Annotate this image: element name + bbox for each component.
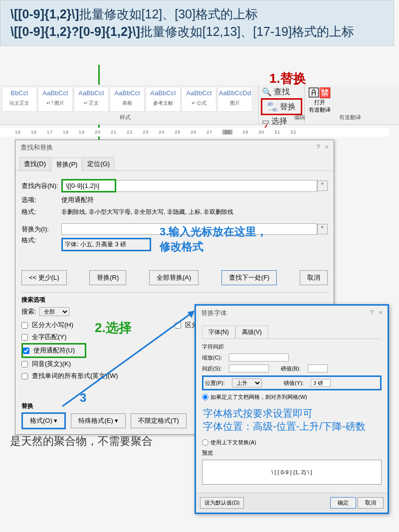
search-icon: 🔍	[262, 87, 272, 97]
spacing-label: 间距(S):	[202, 365, 227, 372]
translate-icon[interactable]: 🄰🈲	[309, 87, 331, 99]
options-label: 选项:	[21, 195, 61, 204]
cancel-button[interactable]: 取消	[300, 270, 328, 285]
position-select[interactable]: 上升	[232, 378, 262, 387]
format-value: 非删除线, 非小型大写字母, 非全部大写, 非隐藏, 上标, 非双删除线	[61, 208, 233, 216]
scale-input[interactable]	[229, 354, 289, 361]
cursor-icon: ▭	[262, 117, 269, 126]
ruler: 151617181920212223242526272829303132	[0, 128, 389, 137]
dialog-titlebar[interactable]: 查找和替换 ?×	[15, 140, 334, 155]
find-label: 查找内容(N):	[21, 181, 61, 190]
find-input[interactable]	[61, 179, 116, 192]
scale-label: 缩放(C):	[202, 354, 227, 361]
ribbon-group-translate: 有道翻译	[339, 114, 361, 121]
tab-find[interactable]: 查找(D)	[19, 157, 50, 171]
pts-label: 磅值(Y):	[284, 379, 309, 387]
help-icon[interactable]: ?	[316, 143, 320, 152]
position-pts-input[interactable]	[311, 379, 331, 387]
similar-checkbox[interactable]	[21, 361, 28, 367]
dialog2-title: 替换字体	[201, 309, 227, 318]
document-body-text: 是天然的聚合物，不需要聚合	[10, 434, 153, 449]
position-label: 位置(P):	[205, 379, 230, 387]
set-default-button[interactable]: 设为默认值(D)	[200, 497, 244, 509]
tab-replace[interactable]: 替换(P)	[51, 158, 82, 171]
annotation-2-select: 2.选择	[95, 319, 132, 337]
translate-open[interactable]: 打开	[309, 99, 331, 106]
replace-icon: ab→ac	[267, 101, 278, 112]
less-button[interactable]: << 更少(L)	[21, 270, 67, 285]
prefix-checkbox[interactable]	[175, 322, 181, 329]
tab-goto[interactable]: 定位(G)	[83, 157, 114, 171]
annotation-3-small: 3	[80, 391, 86, 405]
style-item[interactable]: AaBbCcI表格	[110, 87, 145, 112]
tab-advanced[interactable]: 高级(V)	[235, 326, 268, 339]
ribbon: BbCcI论文正文 AaBbCcI↵ ! 图片 AaBbCcI↵ 正文 AaBb…	[0, 85, 399, 125]
case-checkbox[interactable]	[21, 322, 28, 329]
options-value: 使用通配符	[61, 195, 94, 204]
tab-font[interactable]: 字体(N)	[202, 326, 235, 339]
preview-label: 预览	[202, 449, 382, 457]
style-item[interactable]: BbCcI论文正文	[2, 87, 37, 112]
format-label: 格式:	[21, 207, 61, 216]
find-dropdown-icon[interactable]: ˅	[317, 180, 328, 191]
translate-name: 有道翻译	[309, 106, 331, 114]
instruction-line-1: \[[0-9]{1,2}\]批量修改如[12]、[30]格式的上标	[10, 5, 384, 23]
replace-format-value: 字体: 小五, 升高量 3 磅	[65, 240, 126, 249]
style-item[interactable]: AaBbCcI↵ ! 图片	[38, 87, 73, 112]
close-icon[interactable]: ×	[379, 309, 383, 318]
wildcard-checkbox[interactable]	[23, 348, 29, 354]
ribbon-group-edit: 编辑	[294, 114, 305, 121]
style-item[interactable]: AaBbCcI参考文献	[146, 87, 181, 112]
spacing-pts-input[interactable]	[308, 364, 328, 372]
replace-dropdown-icon[interactable]: ˅	[317, 224, 328, 234]
whole-word-checkbox[interactable]	[21, 334, 28, 341]
context-radio[interactable]	[202, 439, 208, 446]
format-label-2: 格式:	[21, 236, 61, 245]
annotation-3-replace-format: 3.输入光标放在这里， 修改格式	[160, 224, 267, 254]
char-spacing-label: 字符间距	[202, 343, 382, 351]
search-options-label: 搜索选项	[21, 296, 328, 304]
replace-button[interactable]: ab→ac替换	[261, 98, 302, 115]
instruction-header: \[[0-9]{1,2}\]批量修改如[12]、[30]格式的上标 \[[0-9…	[0, 0, 394, 46]
dialog-title: 查找和替换	[20, 143, 53, 152]
format-button[interactable]: 格式(O) ▾	[21, 412, 66, 429]
preview-box: \ [ [ 0-9 ] {1, 2} \ ]	[202, 460, 382, 485]
search-direction-label: 搜索:	[21, 307, 36, 316]
no-format-button[interactable]: 不限定格式(T)	[131, 413, 187, 428]
cancel-button-2[interactable]: 取消	[358, 497, 384, 509]
replace-label: 替换为(I):	[21, 225, 61, 234]
style-item[interactable]: AaBbCcI↵ 公式	[182, 87, 216, 112]
find-next-button[interactable]: 查找下一处(F)	[221, 270, 277, 285]
snap-radio[interactable]	[202, 394, 208, 400]
search-direction-select[interactable]: 全部	[39, 307, 69, 316]
ribbon-group-styles: 样式	[120, 114, 131, 121]
ok-button[interactable]: 确定	[330, 497, 356, 509]
style-item[interactable]: AaBbCcDd图片	[217, 87, 252, 112]
find-button[interactable]: 🔍查找	[261, 86, 302, 98]
dialog-tabs: 查找(D) 替换(P) 定位(G)	[15, 155, 334, 171]
dialog2-titlebar[interactable]: 替换字体 ?×	[196, 306, 388, 321]
help-icon[interactable]: ?	[370, 309, 374, 318]
allforms-checkbox[interactable]	[21, 373, 28, 379]
close-icon[interactable]: ×	[325, 143, 329, 152]
spacing-input[interactable]	[229, 364, 269, 372]
style-item[interactable]: AaBbCcI↵ 正文	[74, 87, 109, 112]
instruction-line-2: \[[0-9]{1,2}?[0-9]{1,2}\]批量修改如[12,13]、[1…	[10, 23, 384, 40]
replace-all-button[interactable]: 全部替换(A)	[149, 270, 199, 285]
blue-instruction-note: 字体格式按要求设置即可 字体位置：高级-位置-上升/下降-磅数	[202, 404, 382, 436]
replace-one-button[interactable]: 替换(R)	[89, 270, 126, 285]
special-format-button[interactable]: 特殊格式(E) ▾	[71, 413, 126, 428]
replace-font-dialog: 替换字体 ?× 字体(N) 高级(V) 字符间距 缩放(C): 间距(S): 磅…	[195, 304, 389, 514]
